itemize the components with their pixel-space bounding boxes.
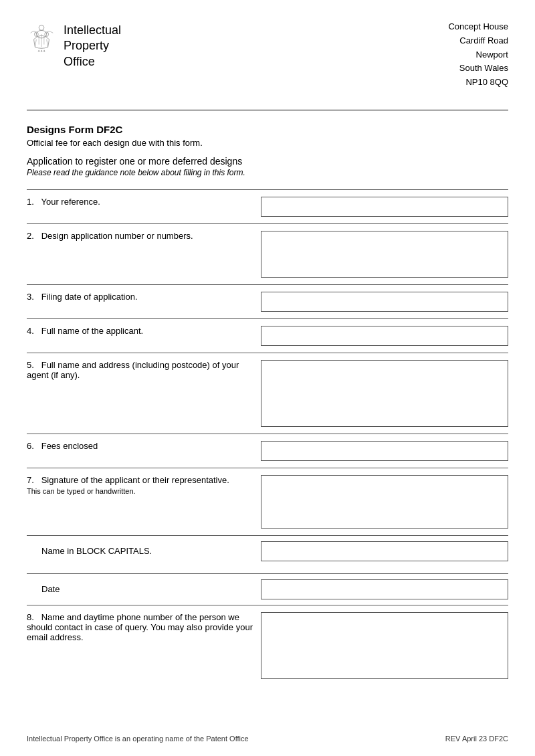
field-7-label-area: 7. Signature of the applicant or their r…	[27, 475, 254, 529]
field-3-section: 3. Filing date of application.	[27, 284, 508, 318]
field-4-number: 4.	[27, 326, 39, 336]
field-4-section: 4. Full name of the applicant.	[27, 318, 508, 353]
field-1-label-area: 1. Your reference.	[27, 197, 254, 207]
field-6-input-area	[261, 441, 508, 461]
field-1-section: 1. Your reference.	[27, 189, 508, 223]
field-5-input-area	[261, 360, 508, 427]
svg-point-0	[39, 25, 44, 31]
field-7-name-row: Name in BLOCK CAPITALS.	[27, 535, 508, 567]
field-5-label: Full name and address (including postcod…	[27, 360, 239, 380]
form-title: Designs Form DF2C	[27, 124, 508, 135]
field-3-label: Filing date of application.	[41, 292, 138, 302]
field-7-date-label: Date	[27, 584, 254, 594]
header-divider	[27, 110, 508, 110]
field-2-number: 2.	[27, 231, 39, 241]
org-name: Intellectual Property Office	[64, 20, 121, 70]
field-1-number: 1.	[27, 197, 39, 207]
field-6-number: 6.	[27, 441, 39, 451]
address-block: Concept House Cardiff Road Newport South…	[448, 20, 508, 90]
field-6-label-area: 6. Fees enclosed	[27, 441, 254, 451]
field-7-date-input-area	[261, 579, 508, 599]
field-7-name-input[interactable]	[261, 541, 508, 561]
field-7-date-input[interactable]	[261, 579, 508, 599]
field-8-section: 8. Name and daytime phone number of the …	[27, 605, 508, 686]
field-7-number: 7.	[27, 475, 39, 485]
field-8-input[interactable]	[261, 612, 508, 679]
field-7-section: 7. Signature of the applicant or their r…	[27, 468, 508, 605]
field-5-label-area: 5. Full name and address (including post…	[27, 360, 254, 380]
field-1-input[interactable]	[261, 197, 508, 217]
field-7-input-area	[261, 475, 508, 529]
form-note: Please read the guidance note below abou…	[27, 168, 508, 177]
field-6-input[interactable]	[261, 441, 508, 461]
field-7-signature-input[interactable]	[261, 475, 508, 529]
field-8-label-area: 8. Name and daytime phone number of the …	[27, 612, 254, 642]
field-1-input-area	[261, 197, 508, 217]
field-3-input[interactable]	[261, 292, 508, 312]
field-5-input[interactable]	[261, 360, 508, 427]
field-4-label-area: 4. Full name of the applicant.	[27, 326, 254, 336]
field-7-label: Signature of the applicant or their repr…	[41, 475, 229, 485]
field-7-sublabel: This can be typed or handwritten.	[27, 487, 254, 495]
field-5-section: 5. Full name and address (including post…	[27, 353, 508, 434]
field-7-name-label: Name in BLOCK CAPITALS.	[27, 546, 254, 556]
address-line2: Cardiff Road	[448, 34, 508, 48]
svg-text:✦✦✦: ✦✦✦	[37, 50, 45, 53]
field-8-label: Name and daytime phone number of the per…	[27, 612, 253, 642]
address-line1: Concept House	[448, 20, 508, 34]
field-3-label-area: 3. Filing date of application.	[27, 292, 254, 302]
field-7-name-input-area	[261, 541, 508, 561]
field-3-number: 3.	[27, 292, 39, 302]
page: ✦✦✦ Intellectual Property Office Concept…	[0, 0, 535, 756]
field-2-input-area	[261, 231, 508, 278]
header: ✦✦✦ Intellectual Property Office Concept…	[27, 20, 508, 90]
field-8-input-area	[261, 612, 508, 679]
field-4-input[interactable]	[261, 326, 508, 346]
field-3-input-area	[261, 292, 508, 312]
field-5-number: 5.	[27, 360, 39, 370]
field-1-label: Your reference.	[41, 197, 100, 207]
field-4-input-area	[261, 326, 508, 346]
form-subtitle: Official fee for each design due with th…	[27, 138, 508, 148]
field-2-section: 2. Design application number or numbers.	[27, 223, 508, 284]
footer-right: REV April 23 DF2C	[445, 735, 508, 743]
field-8-number: 8.	[27, 612, 39, 622]
crown-emblem-icon: ✦✦✦	[27, 20, 57, 54]
logo-area: ✦✦✦ Intellectual Property Office	[27, 20, 121, 70]
address-line5: NP10 8QQ	[448, 76, 508, 90]
address-line3: Newport	[448, 48, 508, 62]
address-line4: South Wales	[448, 62, 508, 76]
form-description: Application to register one or more defe…	[27, 156, 508, 167]
field-4-label: Full name of the applicant.	[41, 326, 143, 336]
org-name-line3: Office	[64, 55, 95, 68]
org-name-line2: Property	[64, 39, 109, 52]
field-6-section: 6. Fees enclosed	[27, 434, 508, 468]
footer-left: Intellectual Property Office is an opera…	[27, 735, 249, 743]
field-2-label-area: 2. Design application number or numbers.	[27, 231, 254, 241]
field-7-main-row: 7. Signature of the applicant or their r…	[27, 475, 508, 529]
org-name-line1: Intellectual	[64, 23, 121, 37]
field-6-label: Fees enclosed	[41, 441, 98, 451]
field-2-input[interactable]	[261, 231, 508, 278]
field-2-label: Design application number or numbers.	[41, 231, 193, 241]
footer: Intellectual Property Office is an opera…	[27, 735, 508, 743]
field-7-date-row: Date	[27, 573, 508, 605]
